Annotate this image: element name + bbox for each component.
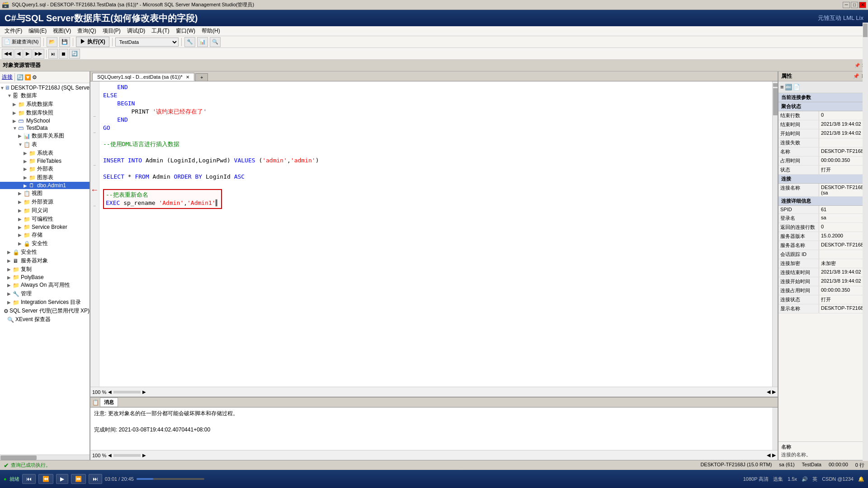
taskbar-prev-btn[interactable]: ⏪ (38, 474, 53, 484)
expand-dbdiagram[interactable]: ▶ (18, 133, 24, 138)
tree-replication[interactable]: ▶ 📁 复制 (0, 265, 90, 274)
scroll-left-icon[interactable]: ◀ (767, 389, 770, 395)
window-controls[interactable]: ─ □ ✕ (843, 2, 866, 8)
toolbar2-step[interactable]: ⏯ (48, 49, 58, 59)
execute-btn[interactable]: ▶ 执行(X) (76, 37, 109, 47)
expand-graphtables[interactable]: ▶ (24, 175, 29, 180)
close-btn[interactable]: ✕ (859, 2, 866, 8)
toolbar2-refresh[interactable]: 🔄 (69, 49, 80, 59)
menu-query[interactable]: 查询(Q) (75, 26, 99, 36)
expand-storage[interactable]: ▶ (18, 232, 24, 237)
tree-myschool[interactable]: ▶ 🗃 MySchool (0, 117, 90, 124)
expand-security-testdata[interactable]: ▶ (18, 241, 24, 246)
expand-views[interactable]: ▶ (18, 191, 24, 196)
oe-pin-icon[interactable]: 📌 (854, 63, 860, 68)
oe-hscrollbar[interactable] (0, 455, 90, 460)
zoom-control[interactable]: 100 % ◀ ▶ (92, 389, 146, 395)
tree-alwayson[interactable]: ▶ 📁 Always On 高可用性 (0, 281, 90, 289)
expand-extresources[interactable]: ▶ (18, 199, 24, 204)
tree-security[interactable]: ▶ 🔒 安全性 (0, 248, 90, 256)
tab-new[interactable]: + (195, 73, 208, 81)
tree-graphtables[interactable]: ▶ 📁 图形表 (0, 173, 90, 182)
toolbar-misc-3[interactable]: 🔍 (210, 37, 221, 47)
tree-databases[interactable]: ▼ 🗄 数据库 (0, 91, 90, 100)
toolbar2-btn2[interactable]: ◀ (14, 49, 23, 59)
expand-alwayson[interactable]: ▶ (7, 283, 13, 288)
menu-help[interactable]: 帮助(H) (199, 26, 223, 36)
tree-exttables[interactable]: ▶ 📁 外部表 (0, 165, 90, 173)
editor-vscrollbar[interactable] (772, 81, 778, 387)
output-scroll-right[interactable]: ▶ (772, 452, 776, 458)
tree-views[interactable]: ▶ 📋 视图 (0, 189, 90, 198)
collapse-2[interactable]: − (90, 130, 99, 138)
tree-sqlagent[interactable]: ⚙ SQL Server 代理(已禁用代理 XP) (0, 307, 90, 315)
expand-serverobj[interactable]: ▶ (7, 258, 13, 263)
output-scroll-left[interactable]: ◀ (767, 452, 770, 458)
scroll-thumb[interactable] (773, 88, 778, 115)
tree-server[interactable]: ▼ 🖥 DESKTOP-TF2168J (SQL Server 15.0 (0, 84, 90, 91)
expand-server[interactable]: ▼ (0, 85, 5, 90)
expand-management[interactable]: ▶ (7, 291, 13, 296)
output-tab-messages[interactable]: 消息 (100, 398, 118, 407)
tree-testdata[interactable]: ▼ 🗃 TestData (0, 124, 90, 132)
maximize-btn[interactable]: □ (851, 2, 858, 8)
tree-xevent[interactable]: 🔍 XEvent 探查器 (0, 315, 90, 324)
zoom-slider[interactable] (113, 391, 141, 393)
taskbar-volume-icon[interactable]: 🔊 (802, 476, 808, 482)
tree-management[interactable]: ▶ 🔧 管理 (0, 289, 90, 298)
collapse-1[interactable]: − (90, 114, 99, 122)
minimize-btn[interactable]: ─ (843, 2, 850, 8)
zoom-increase-btn[interactable]: ▶ (142, 389, 146, 394)
output-zoom-inc[interactable]: ▶ (142, 453, 146, 458)
zoom-decrease-btn[interactable]: ◀ (108, 389, 112, 394)
db-selector[interactable]: TestData MySchool master (115, 38, 179, 47)
menu-edit[interactable]: 编辑(E) (26, 26, 49, 36)
tree-security-testdata[interactable]: ▶ 🔒 安全性 (0, 239, 90, 248)
tree-systables[interactable]: ▶ 📁 系统表 (0, 149, 90, 157)
expand-programmability[interactable]: ▶ (18, 217, 24, 222)
expand-tables[interactable]: ▼ (18, 142, 24, 147)
tree-dbo-admin1[interactable]: ▶ 🗒 dbo.Admin1 (0, 182, 90, 189)
tree-systemdb[interactable]: ▶ 📁 系统数据库 (0, 100, 90, 109)
tree-serverobj[interactable]: ▶ 🖥 服务器对象 (0, 256, 90, 265)
new-query-btn[interactable]: 📄 新建查询(N) (2, 37, 41, 47)
menu-debug[interactable]: 调试(D) (124, 26, 148, 36)
toolbar2-btn3[interactable]: ▶ (24, 49, 32, 59)
tree-synonyms[interactable]: ▶ 📁 同义词 (0, 206, 90, 215)
tree-filetables[interactable]: ▶ 📁 FileTables (0, 157, 90, 165)
props-pin-icon[interactable]: 📌 (853, 73, 859, 79)
toolbar-misc-2[interactable]: 📊 (197, 37, 208, 47)
code-content[interactable]: END ELSE BEGIN PRINT '该约束已经存在了' END GO -… (99, 81, 772, 387)
oe-hscroll-thumb[interactable] (0, 455, 37, 460)
collapse-3[interactable]: − (90, 163, 99, 171)
toolbar2-stop[interactable]: ⏹ (59, 49, 68, 59)
tree-dbdiagram[interactable]: ▶ 📊 数据库关系图 (0, 132, 90, 140)
props-pages-icon[interactable]: 📄 (793, 84, 800, 90)
tree-servicebroker[interactable]: ▶ 📁 Service Broker (0, 223, 90, 231)
props-vscrollbar[interactable] (863, 71, 868, 460)
taskbar-skip-fwd-btn[interactable]: ⏭ (89, 474, 102, 484)
props-alpha-icon[interactable]: 🔤 (785, 84, 792, 90)
open-btn[interactable]: 📂 (47, 37, 57, 47)
expand-servicebroker[interactable]: ▶ (18, 225, 24, 230)
expand-security[interactable]: ▶ (7, 250, 13, 255)
taskbar-play-btn[interactable]: ▶ (56, 474, 68, 484)
expand-synonyms[interactable]: ▶ (18, 208, 24, 213)
expand-myschool[interactable]: ▶ (13, 118, 18, 123)
expand-systables[interactable]: ▶ (24, 151, 29, 156)
expand-systemdb[interactable]: ▶ (13, 102, 18, 107)
expand-dbsnapshot[interactable]: ▶ (13, 110, 18, 115)
expand-exttables[interactable]: ▶ (24, 166, 29, 171)
expand-replication[interactable]: ▶ (7, 267, 13, 272)
scroll-up-btn[interactable] (773, 83, 778, 87)
output-zoom-dec[interactable]: ◀ (108, 453, 112, 458)
props-categorize-icon[interactable]: ≡ (780, 84, 784, 90)
toolbar2-btn4[interactable]: ▶▶ (33, 49, 44, 59)
menu-file[interactable]: 文件(F) (2, 26, 25, 36)
expand-testdata[interactable]: ▼ (13, 126, 18, 131)
taskbar-skip-back-btn[interactable]: ⏮ (22, 474, 36, 484)
scroll-right-icon[interactable]: ▶ (772, 389, 776, 395)
taskbar-progress-bar[interactable] (137, 478, 204, 480)
menu-window[interactable]: 窗口(W) (173, 26, 198, 36)
expand-filetables[interactable]: ▶ (24, 159, 29, 164)
